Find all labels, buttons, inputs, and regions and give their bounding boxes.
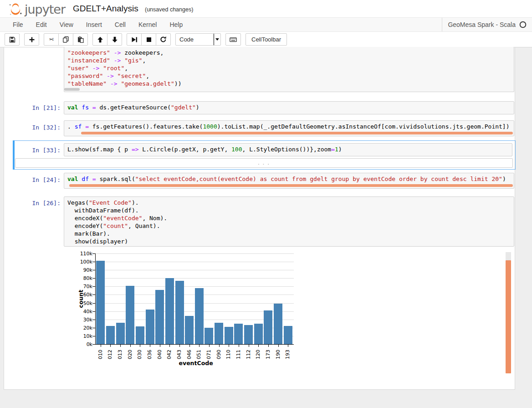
y-tick-label: 0k [74, 341, 92, 347]
save-status: (unsaved changes) [145, 6, 193, 13]
restart-kernel-button[interactable] [156, 33, 171, 46]
input-prompt: In [24]: [15, 176, 61, 184]
menu-cell[interactable]: Cell [108, 18, 132, 31]
bar [96, 261, 105, 344]
select-arrow-box [214, 34, 220, 45]
y-tick-label: 10k [74, 333, 92, 339]
x-tick-label: 020 [127, 350, 133, 359]
menu-edit[interactable]: Edit [30, 18, 53, 31]
celltoolbar-button[interactable]: CellToolbar [246, 33, 287, 46]
x-tick-label: 112 [246, 350, 251, 359]
y-axis-tick [92, 270, 95, 270]
title-bar: jupyter GDELT+Analysis (unsaved changes) [0, 0, 532, 17]
menu-kernel[interactable]: Kernel [132, 18, 163, 31]
h-scrollbar-thumb[interactable] [81, 132, 513, 134]
x-tick-label: 111 [235, 350, 241, 359]
run-cell-button[interactable] [127, 33, 142, 46]
celltoolbar-label: CellToolbar [251, 36, 281, 43]
x-tick-label: 010 [97, 350, 103, 359]
menu-insert[interactable]: Insert [80, 18, 108, 31]
code-cell-input[interactable]: "zookeepers" -> zookeepers,"instanceId" … [64, 47, 514, 92]
command-palette-button[interactable] [225, 33, 241, 46]
x-tick-label: 051 [196, 350, 202, 359]
notebook-title[interactable]: GDELT+Analysis [73, 4, 138, 14]
menu-help[interactable]: Help [163, 18, 189, 31]
y-axis-tick [92, 311, 95, 312]
v-scrollbar-track[interactable] [506, 252, 511, 260]
step-forward-icon [131, 36, 138, 43]
cell-type-select[interactable]: Code [175, 33, 221, 46]
code-cell-input[interactable]: val fs = ds.getFeatureSource("gdelt") [64, 101, 514, 114]
keyboard-icon [230, 36, 237, 43]
x-tick-label: 173 [265, 350, 271, 359]
move-cell-up-button[interactable] [92, 33, 107, 46]
bar [175, 281, 184, 344]
x-axis-tick [160, 345, 160, 347]
x-axis-tick [199, 345, 200, 347]
jupyter-notebook-app: jupyter GDELT+Analysis (unsaved changes)… [0, 0, 532, 408]
y-tick-label: 80k [74, 275, 92, 281]
bar [215, 323, 223, 344]
code-line: show(displayer) [67, 238, 514, 246]
x-axis-tick [229, 345, 229, 347]
y-axis-line [95, 253, 96, 345]
arrow-up-icon [97, 36, 103, 43]
code-line: withDataFrame(df). [67, 207, 514, 215]
h-scrollbar-thumb[interactable] [69, 184, 513, 187]
copy-cell-button[interactable] [58, 33, 73, 46]
x-axis-tick [150, 345, 150, 347]
bar [225, 327, 233, 344]
v-scrollbar-thumb[interactable] [506, 260, 511, 373]
h-scrollbar-thumb[interactable] [64, 88, 80, 91]
x-tick-label: 110 [225, 350, 231, 359]
code-cell-input[interactable]: Vegas("Event Code"). withDataFrame(df). … [64, 196, 514, 247]
code-cell-input[interactable]: L.show(sf.map { p => L.Circle(p.getX, p.… [64, 143, 512, 156]
paste-cell-button[interactable] [73, 33, 88, 46]
gridline [96, 262, 294, 262]
bar [205, 328, 213, 344]
interrupt-kernel-button[interactable] [141, 33, 156, 46]
x-tick-label: 120 [255, 350, 261, 359]
kernel-idle-icon [519, 21, 527, 28]
bar [136, 326, 144, 344]
x-tick-label: 040 [157, 350, 163, 359]
y-tick-label: 50k [74, 300, 92, 306]
x-axis-tick [239, 345, 239, 347]
x-axis-tick [189, 345, 190, 347]
y-axis-tick [92, 344, 95, 345]
bar [254, 324, 263, 344]
menu-file[interactable]: File [6, 18, 30, 31]
bar [146, 310, 154, 344]
paste-icon [77, 36, 84, 43]
bar [165, 278, 174, 344]
collapsed-output[interactable]: . . . [15, 158, 513, 168]
bar [116, 323, 125, 344]
y-tick-label: 40k [74, 309, 92, 315]
move-cell-down-button[interactable] [107, 33, 122, 46]
bar [155, 290, 164, 344]
x-tick-label: 071 [206, 350, 212, 359]
y-tick-label: 90k [74, 267, 92, 273]
bar [274, 304, 282, 344]
code-line: "instanceId" -> "gis", [67, 57, 514, 65]
bar [284, 326, 292, 344]
scissors-icon: ✂ [49, 36, 54, 43]
x-tick-label: 036 [147, 350, 153, 359]
x-tick-label: 030 [137, 350, 143, 359]
code-line: "zookeepers" -> zookeepers, [67, 49, 514, 57]
save-button[interactable] [5, 33, 20, 46]
cut-cell-button[interactable]: ✂ [44, 33, 59, 46]
x-axis-line [95, 344, 294, 345]
y-tick-label: 100k [74, 259, 92, 265]
y-axis-tick [92, 278, 95, 279]
add-cell-button[interactable] [24, 33, 39, 46]
jupyter-logo[interactable]: jupyter [7, 1, 65, 17]
x-axis-tick [179, 345, 180, 347]
menu-bar: FileEditViewInsertCellKernelHelp GeoMesa… [0, 17, 532, 32]
y-tick-label: 70k [74, 284, 92, 289]
menu-view[interactable]: View [53, 18, 80, 31]
restart-icon [160, 36, 167, 43]
y-axis-tick [92, 262, 95, 262]
chevron-down-icon [215, 38, 219, 41]
x-tick-label: 046 [186, 350, 192, 359]
